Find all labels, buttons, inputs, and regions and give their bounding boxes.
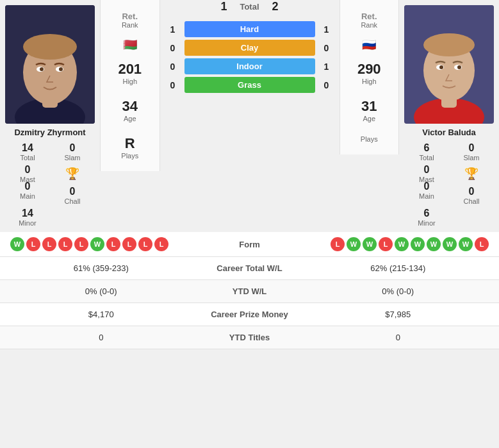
svg-point-16: [439, 65, 443, 69]
right-player-name: Victor Baluda: [422, 128, 476, 137]
left-chall: 0 Chall: [55, 186, 90, 205]
right-player-card: Victor Baluda 6 Total 0 Slam 0 Mast 🏆 0 …: [399, 0, 499, 232]
left-middle-info: Ret. Rank 🇧🇾 201 High 34 Age R Plays: [100, 0, 160, 171]
right-chall: 0 Chall: [454, 186, 489, 205]
form-badge: L: [475, 237, 489, 251]
left-player-card: Dzmitry Zhyrmont 14 Total 0 Slam 0 Mast …: [0, 0, 100, 232]
top-section: Dzmitry Zhyrmont 14 Total 0 Slam 0 Mast …: [0, 0, 499, 232]
svg-point-13: [423, 33, 475, 56]
stats-row: 0 YTD Titles 0: [0, 326, 499, 349]
right-slam: 0 Slam: [454, 142, 489, 162]
right-total: 6 Total: [409, 142, 444, 162]
left-player-photo: [5, 5, 95, 124]
stats-row: 0% (0-0) YTD W/L 0% (0-0): [0, 280, 499, 303]
form-badge: L: [379, 237, 393, 251]
left-form-badges: WLLLLWLLLL: [10, 237, 211, 251]
svg-point-17: [457, 65, 461, 69]
left-flag: 🇧🇾: [123, 38, 137, 52]
right-player-photo: [404, 5, 494, 124]
form-badge: W: [427, 237, 441, 251]
left-age-block: 34 Age: [122, 98, 138, 122]
form-badge: W: [10, 237, 24, 251]
form-badge: W: [443, 237, 457, 251]
bottom-stats: 61% (359-233) Career Total W/L 62% (215-…: [0, 257, 499, 349]
stats-row: $4,170 Career Prize Money $7,985: [0, 303, 499, 326]
form-badge: L: [42, 237, 56, 251]
right-rank-block: Ret. Rank: [361, 12, 377, 29]
form-badge: W: [459, 237, 473, 251]
surface-row-indoor: 0 Indoor 1: [167, 58, 333, 74]
svg-point-7: [40, 67, 44, 71]
right-main: 0 Main: [409, 181, 444, 205]
form-badge: L: [154, 237, 168, 251]
form-badge: L: [122, 237, 136, 251]
stats-row: 61% (359-233) Career Total W/L 62% (215-…: [0, 257, 499, 280]
surface-row-grass: 0 Grass 0: [167, 77, 333, 93]
right-flag: 🇷🇺: [362, 38, 376, 52]
right-age-block: 31 Age: [361, 98, 377, 122]
svg-point-4: [23, 34, 77, 60]
svg-point-8: [59, 67, 63, 71]
left-minor: 14 Minor: [10, 208, 45, 227]
form-badge: W: [411, 237, 425, 251]
left-player-name: Dzmitry Zhyrmont: [14, 128, 85, 137]
left-plays-block: R Plays: [121, 135, 138, 160]
form-badge: L: [58, 237, 72, 251]
left-total: 14 Total: [10, 142, 45, 162]
right-player-stats: 6 Total 0 Slam 0 Mast 🏆 0 Main 0 Chall: [404, 142, 494, 227]
right-form-badges: LWWLWWWWWL: [288, 237, 489, 251]
form-badge: L: [331, 237, 345, 251]
left-slam: 0 Slam: [55, 142, 90, 162]
match-header: 1 Total 2: [220, 0, 278, 13]
form-badge: W: [90, 237, 104, 251]
form-badge: W: [363, 237, 377, 251]
form-badge: W: [347, 237, 361, 251]
form-label: Form: [211, 240, 288, 249]
left-high-block: 201 High: [118, 61, 142, 85]
left-trophy: 🏆: [55, 164, 90, 183]
surface-rows: 1 Hard 1 0 Clay 0 0 Indoor 1 0 Grass 0: [167, 19, 333, 95]
form-badge: L: [106, 237, 120, 251]
right-minor: 6 Minor: [409, 208, 444, 227]
surface-row-hard: 1 Hard 1: [167, 21, 333, 37]
right-trophy: 🏆: [454, 164, 489, 183]
form-badge: W: [395, 237, 409, 251]
form-badge: L: [138, 237, 152, 251]
right-plays-block: Plays: [361, 135, 378, 143]
left-rank-block: Ret. Rank: [122, 12, 138, 29]
form-badge: L: [26, 237, 40, 251]
left-main: 0 Main: [10, 181, 45, 205]
right-high-block: 290 High: [357, 61, 381, 85]
form-badge: L: [74, 237, 88, 251]
surface-row-clay: 0 Clay 0: [167, 40, 333, 56]
form-row: WLLLLWLLLL Form LWWLWWWWWL: [0, 232, 499, 257]
right-middle-info: Ret. Rank 🇷🇺 290 High 31 Age Plays: [339, 0, 400, 154]
center-section: 1 Total 2 1 Hard 1 0 Clay 0 0 Indoor 1 0…: [160, 0, 339, 95]
left-player-stats: 14 Total 0 Slam 0 Mast 🏆 0 Main 0 Chall: [5, 142, 95, 227]
